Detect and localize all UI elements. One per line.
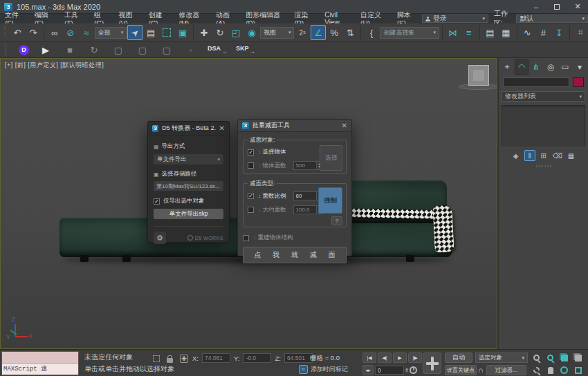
only-selected-checkbox[interactable]: ✓ [154, 198, 160, 205]
zoom-all-icon[interactable] [544, 352, 557, 364]
d5-stop-button[interactable]: ■ [62, 42, 77, 57]
d5-camera-remove-button[interactable]: ▢ [135, 42, 150, 57]
auto-key-button[interactable]: 自动 [445, 352, 472, 363]
tab-display[interactable]: ▭ [558, 59, 572, 75]
menu-item-edit[interactable]: 编辑(E) [30, 14, 59, 24]
export-mode-dropdown[interactable]: 单文件导出 ▾ [154, 154, 223, 164]
default-tangent-icon[interactable]: ∩ [478, 366, 484, 374]
workspace-dropdown[interactable]: 默认 ▾ [516, 15, 588, 23]
bind-to-spacewarp-button[interactable]: ≈ [79, 25, 94, 40]
make-unique-button[interactable]: ⊞ [538, 150, 549, 161]
object-name-field[interactable] [503, 77, 569, 87]
set-keys-button[interactable] [423, 352, 441, 374]
named-selection-set-dropdown[interactable]: 创建选择集 ▾ [380, 27, 439, 39]
unlink-selection-button[interactable]: ⊘ [63, 25, 78, 40]
key-filters-button[interactable]: 过滤器... [486, 365, 526, 375]
add-time-tag[interactable]: ⌗ 添加时间标记 [299, 365, 348, 374]
select-button[interactable]: 选择 [320, 145, 342, 171]
y-coordinate-field[interactable]: -0.0 [243, 353, 271, 363]
x-coordinate-field[interactable]: 74.081 [202, 353, 230, 363]
d5-camera-add-button[interactable]: ▢ [111, 42, 126, 57]
d5-play-button[interactable]: ▶ [38, 42, 53, 57]
menu-item-rendering[interactable]: 渲染(R) [289, 14, 320, 24]
window-crossing-button[interactable]: ▣ [175, 25, 190, 40]
select-and-move-button[interactable]: ✚ [196, 25, 212, 40]
layer-explorer-button[interactable]: ▦ [499, 25, 514, 40]
modifier-stack-list[interactable] [502, 105, 585, 147]
menu-item-animation[interactable]: 动画(A) [211, 14, 241, 24]
menu-item-graph-editors[interactable]: 图形编辑器(D) [241, 14, 289, 24]
percent-snap-button[interactable]: % [327, 25, 342, 40]
redo-button[interactable]: ↷ [26, 25, 41, 40]
rectangular-selection-button[interactable] [159, 25, 174, 40]
select-and-place-button[interactable]: ◉ [244, 25, 259, 40]
play-button[interactable]: ▶ [393, 352, 407, 363]
pan-icon[interactable] [544, 364, 557, 376]
rebuild-structure-checkbox[interactable] [243, 235, 249, 241]
d5-camera-sync-button[interactable]: ▢ [159, 42, 174, 57]
menu-item-scripting[interactable]: 脚本(S) [392, 14, 422, 24]
maximize-viewport-toggle[interactable] [571, 364, 585, 376]
object-faces-spinner[interactable]: 500 [293, 161, 323, 170]
reference-coordinate-dropdown[interactable]: 视图 ▾ [260, 27, 294, 39]
select-and-scale-button[interactable]: ◰ [228, 25, 244, 40]
face-ratio-checkbox[interactable]: ✓ [248, 193, 254, 199]
render-frame-window-button[interactable]: ⌗ [573, 25, 588, 40]
selection-filter-dropdown[interactable]: 全部 ▾ [95, 27, 127, 39]
force-button[interactable]: 强制 [318, 187, 342, 214]
panel-resize-handle[interactable] [536, 165, 551, 167]
select-and-link-button[interactable]: ∞ [47, 25, 62, 40]
tab-create[interactable]: ＋ [500, 59, 514, 75]
export-dsa-button[interactable]: DSA → [208, 45, 227, 55]
key-mode-toggle[interactable]: ◂▸ [362, 365, 374, 375]
configure-modifier-sets-button[interactable]: ▦ [566, 150, 577, 161]
d5-dialog-titlebar[interactable]: 3 D5 转换器 - Beta 2... ✕ [148, 122, 229, 135]
time-configuration-icon[interactable] [410, 366, 417, 374]
close-icon[interactable]: ✕ [219, 124, 225, 132]
tab-modify[interactable]: ◠ [515, 59, 529, 75]
pin-stack-button[interactable]: ◈ [511, 150, 522, 161]
object-color-swatch[interactable] [573, 77, 584, 87]
menu-item-views[interactable]: 视图(V) [113, 14, 143, 24]
go-to-start-button[interactable]: |◀ [362, 352, 376, 363]
menu-item-file[interactable]: 文件(F) [0, 14, 30, 24]
undo-button[interactable]: ↶ [10, 25, 25, 40]
show-end-result-button[interactable]: ‖ [524, 150, 535, 161]
maxscript-input-row[interactable]: MAXScript 迷 [2, 364, 78, 375]
gear-icon[interactable]: ⚙ [154, 232, 166, 244]
scene-explorer-button[interactable]: ▤ [483, 25, 498, 40]
tab-utilities-arrow[interactable]: ▾ [573, 59, 587, 75]
select-by-name-button[interactable]: ▤ [143, 25, 158, 40]
toolbar-grip[interactable] [4, 44, 7, 56]
viewport-label[interactable]: [+] [前] [用户定义] [默认明暗处理] [5, 61, 104, 70]
previous-frame-button[interactable]: ◀| [378, 352, 392, 363]
menu-item-civil-view[interactable]: Civil View [320, 14, 356, 24]
remove-modifier-button[interactable]: ⌫ [552, 150, 563, 161]
zoom-extents-icon[interactable] [558, 352, 571, 364]
maxscript-macro-row[interactable] [2, 352, 78, 364]
z-coordinate-field[interactable]: 64.501 [284, 353, 313, 363]
close-icon[interactable]: ✕ [342, 122, 347, 129]
curve-editor-button[interactable]: ∿ [520, 25, 535, 40]
reduce-dialog-titlebar[interactable]: 3 批量减面工具 ✕ [238, 120, 351, 132]
d5-logo-icon[interactable]: D [19, 45, 29, 55]
d5-light-button[interactable]: ◦ [183, 42, 199, 57]
spinner-snap-button[interactable]: ⇅ [342, 25, 358, 40]
maxscript-mini-listener[interactable]: MAXScript 迷 [1, 351, 79, 375]
snap-toggle-button[interactable]: 2⁵ [295, 25, 310, 40]
tab-motion[interactable]: ◎ [544, 59, 558, 75]
current-frame-field[interactable]: 0 [375, 366, 404, 375]
align-button[interactable]: ≡ [461, 25, 477, 40]
angle-snap-button[interactable]: ∠ [311, 25, 326, 40]
blanket-drape-model[interactable] [432, 205, 454, 252]
tab-hierarchy[interactable]: ⋔ [529, 59, 543, 75]
key-filter-dropdown[interactable]: 选定对象 ▾ [475, 352, 528, 363]
selection-lock-icon[interactable] [167, 358, 173, 363]
zoom-region-icon[interactable] [530, 364, 543, 376]
zoom-icon[interactable] [530, 352, 543, 364]
next-frame-button[interactable]: |▶ [408, 352, 422, 363]
menu-item-modifiers[interactable]: 修改器(M) [174, 14, 211, 24]
render-setup-button[interactable]: ↧ [551, 25, 567, 40]
select-and-rotate-button[interactable]: ↻ [212, 25, 228, 40]
viewcube[interactable] [468, 65, 489, 86]
